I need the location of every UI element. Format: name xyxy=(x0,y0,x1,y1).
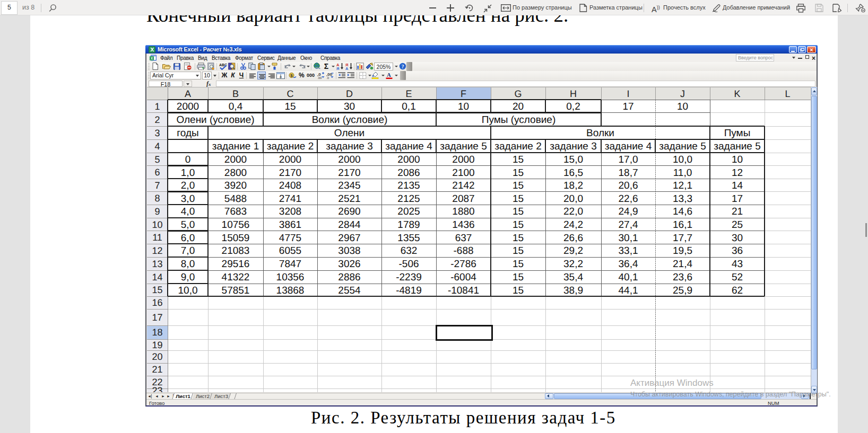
svg-text:задание 4: задание 4 xyxy=(385,141,432,152)
svg-text:2025: 2025 xyxy=(397,206,420,217)
svg-text:6,0: 6,0 xyxy=(181,233,195,244)
svg-text:задание 5: задание 5 xyxy=(714,141,760,152)
svg-text:задание 3: задание 3 xyxy=(550,141,596,152)
svg-text:2345: 2345 xyxy=(338,180,360,191)
svg-text:15: 15 xyxy=(513,180,524,191)
svg-text:4,0: 4,0 xyxy=(181,206,195,217)
svg-text:5,0: 5,0 xyxy=(181,219,195,231)
svg-text:2000: 2000 xyxy=(279,154,301,165)
svg-text:6: 6 xyxy=(154,167,160,178)
svg-text:6055: 6055 xyxy=(279,245,301,257)
svg-text:36,4: 36,4 xyxy=(619,259,638,270)
svg-text:Активация Windows: Активация Windows xyxy=(630,378,714,388)
svg-text:3208: 3208 xyxy=(279,206,301,217)
svg-text:632: 632 xyxy=(401,245,418,257)
svg-text:21: 21 xyxy=(152,364,162,375)
svg-text:14: 14 xyxy=(152,272,162,282)
svg-text:57851: 57851 xyxy=(222,285,250,296)
svg-text:1436: 1436 xyxy=(452,219,474,231)
svg-text:27,4: 27,4 xyxy=(619,219,638,231)
svg-text:?: ? xyxy=(402,64,404,69)
svg-text:29516: 29516 xyxy=(222,259,250,270)
svg-text:16,5: 16,5 xyxy=(563,167,583,179)
svg-text:15: 15 xyxy=(513,259,524,270)
svg-text:B: B xyxy=(232,89,239,99)
svg-text:2741: 2741 xyxy=(279,193,301,205)
svg-text:Пумы (условие): Пумы (условие) xyxy=(482,114,556,126)
svg-text:15059: 15059 xyxy=(222,233,250,244)
svg-text:3038: 3038 xyxy=(338,245,360,257)
svg-text:17: 17 xyxy=(622,101,633,112)
svg-text:2886: 2886 xyxy=(338,272,360,283)
svg-text:19,5: 19,5 xyxy=(673,245,692,257)
svg-text:35,4: 35,4 xyxy=(563,272,583,283)
svg-text:15: 15 xyxy=(284,101,296,112)
svg-text:-2786: -2786 xyxy=(450,259,476,270)
svg-text:-506: -506 xyxy=(398,259,419,270)
svg-text:$: $ xyxy=(290,73,293,78)
svg-text:33,1: 33,1 xyxy=(619,245,638,257)
svg-text:26,6: 26,6 xyxy=(563,233,583,244)
svg-text:13: 13 xyxy=(152,259,162,269)
svg-text:17: 17 xyxy=(732,193,743,205)
svg-text:a: a xyxy=(280,75,282,78)
svg-text:1,0: 1,0 xyxy=(181,167,195,179)
svg-text:задание 1: задание 1 xyxy=(212,141,259,152)
svg-text:16,1: 16,1 xyxy=(673,219,692,231)
svg-text:0,2: 0,2 xyxy=(566,101,580,112)
svg-text:задание 2: задание 2 xyxy=(494,141,541,152)
svg-text:30: 30 xyxy=(732,233,743,244)
svg-text:2844: 2844 xyxy=(338,219,361,231)
svg-text:H: H xyxy=(570,89,577,99)
svg-text:13868: 13868 xyxy=(276,285,305,296)
svg-text:16: 16 xyxy=(152,297,162,308)
svg-text:1789: 1789 xyxy=(397,219,420,231)
svg-text:C: C xyxy=(287,89,294,99)
svg-text:2000: 2000 xyxy=(452,154,474,165)
svg-text:3: 3 xyxy=(154,128,160,138)
svg-text:10,0: 10,0 xyxy=(673,154,692,165)
svg-text:13,3: 13,3 xyxy=(673,193,692,205)
svg-text:14: 14 xyxy=(732,180,743,191)
svg-text:E: E xyxy=(405,89,412,99)
svg-text:22,0: 22,0 xyxy=(563,206,583,217)
svg-text:18: 18 xyxy=(152,327,162,338)
svg-text:Волки: Волки xyxy=(586,128,614,139)
svg-text:12,1: 12,1 xyxy=(673,180,692,191)
svg-text:2967: 2967 xyxy=(338,233,360,244)
svg-text:2000: 2000 xyxy=(224,154,247,165)
svg-text:2000: 2000 xyxy=(397,154,420,165)
svg-text:2408: 2408 xyxy=(279,180,301,191)
svg-text:задание 4: задание 4 xyxy=(605,141,652,152)
svg-text:2100: 2100 xyxy=(452,167,474,179)
svg-text:задание 3: задание 3 xyxy=(326,141,372,152)
svg-text:24,2: 24,2 xyxy=(563,219,583,231)
svg-text:2000: 2000 xyxy=(338,154,360,165)
svg-text:15: 15 xyxy=(513,193,524,205)
svg-text:15: 15 xyxy=(152,285,162,295)
svg-text:5488: 5488 xyxy=(224,193,247,205)
svg-text:15,0: 15,0 xyxy=(563,154,583,165)
svg-text:0: 0 xyxy=(185,154,191,165)
svg-text:15: 15 xyxy=(513,285,524,296)
svg-text:12: 12 xyxy=(732,167,743,179)
svg-text:52: 52 xyxy=(732,272,743,283)
svg-text:A: A xyxy=(387,72,391,78)
svg-text:Пумы: Пумы xyxy=(724,128,751,139)
svg-text:7683: 7683 xyxy=(224,206,247,217)
svg-text:15: 15 xyxy=(513,206,524,217)
svg-text:2: 2 xyxy=(154,114,160,125)
svg-text:2800: 2800 xyxy=(224,167,247,179)
svg-text:20,6: 20,6 xyxy=(619,180,638,191)
svg-text:10356: 10356 xyxy=(276,272,305,283)
svg-text:30: 30 xyxy=(344,101,355,112)
svg-text:А: А xyxy=(345,66,349,70)
svg-text:23: 23 xyxy=(152,385,162,392)
svg-text:Олени: Олени xyxy=(334,128,364,139)
svg-text:Волки (условие): Волки (условие) xyxy=(312,114,388,126)
svg-text:-6004: -6004 xyxy=(450,272,476,283)
svg-text:21: 21 xyxy=(732,206,743,217)
svg-text:10,0: 10,0 xyxy=(178,285,198,296)
svg-text:-688: -688 xyxy=(453,245,473,257)
svg-text:0,1: 0,1 xyxy=(402,101,415,112)
